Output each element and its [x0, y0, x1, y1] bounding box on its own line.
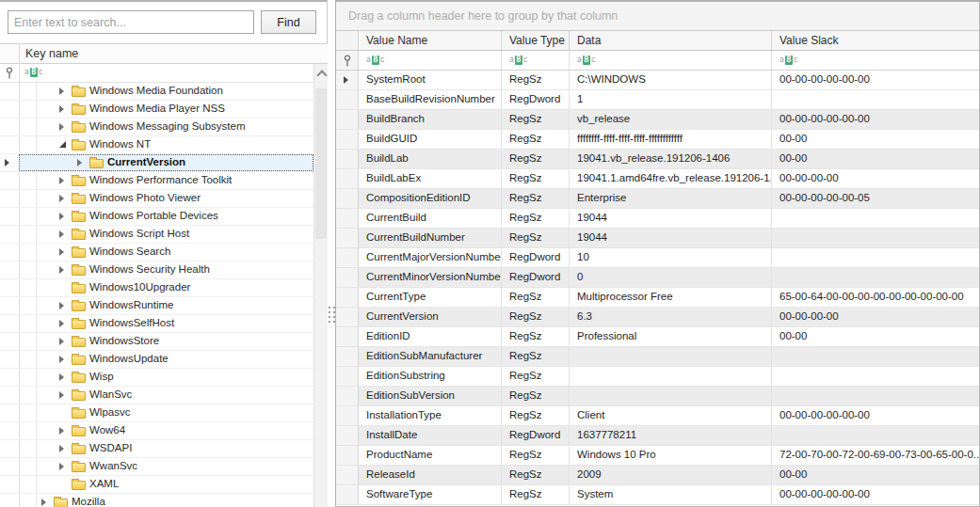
cell-type-installdate[interactable]: RegDword [502, 426, 570, 445]
value-row-softwaretype[interactable]: SoftwareTypeRegSzSystem00-00-00-00-00-00 [336, 485, 979, 505]
expand-node-icon[interactable] [59, 391, 64, 399]
cell-name-softwaretype[interactable]: SoftwareType [359, 485, 502, 504]
cell-slack-editionsubstring[interactable] [772, 367, 979, 386]
abc-filter-icon[interactable]: aBc [24, 68, 43, 77]
cell-name-currentmajorversionnumber[interactable]: CurrentMajorVersionNumber [359, 248, 502, 267]
tree-node-currentversion[interactable]: CurrentVersion [0, 154, 313, 172]
tree-node-label[interactable]: Mozilla [72, 496, 105, 507]
cell-data-editionid[interactable]: Professional [570, 327, 772, 346]
cell-type-softwaretype[interactable]: RegSz [502, 485, 570, 504]
expand-node-icon[interactable] [59, 356, 64, 363]
cell-slack-systemroot[interactable]: 00-00-00-00-00-00 [772, 71, 979, 89]
tree-node-windows-script-host[interactable]: Windows Script Host [0, 226, 313, 244]
cell-name-productname[interactable]: ProductName [359, 446, 502, 465]
cell-data-releaseid[interactable]: 2009 [570, 466, 772, 484]
search-input[interactable] [8, 10, 254, 34]
cell-slack-buildlab[interactable]: 00-00 [772, 150, 979, 168]
cell-type-installationtype[interactable]: RegSz [502, 406, 570, 425]
cell-data-currenttype[interactable]: Multiprocessor Free [570, 288, 772, 307]
tree-node-label[interactable]: WSDAPI [89, 442, 132, 453]
value-row-buildguid[interactable]: BuildGUIDRegSzffffffff-ffff-ffff-ffff-ff… [336, 130, 979, 150]
cell-type-currentbuildnumber[interactable]: RegSz [502, 229, 570, 247]
cell-data-basebuildrevisionnumber[interactable]: 1 [570, 90, 772, 109]
tree-node-label[interactable]: Wisp [89, 371, 114, 382]
tree-node-windows-media-player-nss[interactable]: Windows Media Player NSS [0, 101, 313, 119]
value-row-buildlab[interactable]: BuildLabRegSz19041.vb_release.191206-140… [336, 150, 979, 169]
tree-node-label[interactable]: Windows Security Health [89, 263, 210, 275]
value-row-buildlabex[interactable]: BuildLabExRegSz19041.1.amd64fre.vb_relea… [336, 169, 979, 189]
cell-name-buildguid[interactable]: BuildGUID [359, 130, 502, 149]
tree-node-wlpasvc[interactable]: Wlpasvc [0, 404, 313, 422]
tree-node-windows-messaging-subsystem[interactable]: Windows Messaging Subsystem [0, 119, 313, 136]
value-row-currentminorversionnumber[interactable]: CurrentMinorVersionNumberRegDword0 [336, 268, 979, 288]
tree-node-label[interactable]: Windows NT [89, 138, 151, 150]
cell-type-currenttype[interactable]: RegSz [502, 288, 570, 307]
value-row-currenttype[interactable]: CurrentTypeRegSzMultiprocessor Free65-00… [336, 288, 979, 308]
expand-node-icon[interactable] [59, 463, 64, 470]
cell-type-releaseid[interactable]: RegSz [502, 466, 570, 484]
cell-slack-buildlabex[interactable]: 00-00-00-00 [772, 169, 979, 188]
cell-type-productname[interactable]: RegSz [502, 446, 570, 465]
value-row-editionsubstring[interactable]: EditionSubstringRegSz [336, 367, 979, 387]
cell-type-buildlab[interactable]: RegSz [502, 150, 570, 168]
value-row-releaseid[interactable]: ReleaseIdRegSz200900-00 [336, 466, 979, 485]
cell-data-buildlabex[interactable]: 19041.1.amd64fre.vb_release.191206-1... [570, 169, 772, 188]
cell-name-currentversion[interactable]: CurrentVersion [359, 308, 502, 326]
tree-node-wwansvc[interactable]: WwanSvc [0, 458, 313, 476]
value-row-installdate[interactable]: InstallDateRegDword1637778211 [336, 426, 979, 446]
value-row-currentbuild[interactable]: CurrentBuildRegSz19044 [336, 209, 979, 229]
tree-node-label[interactable]: Wow64 [89, 424, 125, 436]
cell-data-systemroot[interactable]: C:\WINDOWS [570, 71, 772, 89]
value-row-systemroot[interactable]: SystemRootRegSzC:\WINDOWS00-00-00-00-00-… [336, 71, 979, 90]
find-button[interactable]: Find [261, 10, 316, 34]
cell-name-installdate[interactable]: InstallDate [359, 426, 502, 445]
cell-name-basebuildrevisionnumber[interactable]: BaseBuildRevisionNumber [359, 90, 502, 109]
value-row-editionid[interactable]: EditionIDRegSzProfessional00-00 [336, 327, 979, 347]
tree-node-windowsruntime[interactable]: WindowsRuntime [0, 297, 313, 315]
tree-node-windowsupdate[interactable]: WindowsUpdate [0, 351, 313, 369]
panel-splitter[interactable] [328, 0, 335, 507]
cell-type-compositioneditionid[interactable]: RegSz [502, 189, 570, 208]
cell-type-buildguid[interactable]: RegSz [502, 130, 570, 149]
tree-vertical-scrollbar[interactable] [313, 64, 328, 507]
cell-slack-currentminorversionnumber[interactable] [772, 268, 979, 287]
cell-name-editionid[interactable]: EditionID [359, 327, 502, 346]
filter-cell-data[interactable]: aBc [570, 51, 772, 70]
cell-data-productname[interactable]: Windows 10 Pro [570, 446, 772, 465]
tree-node-windows-nt[interactable]: Windows NT [0, 136, 313, 154]
tree-node-label[interactable]: Windows Search [89, 246, 170, 257]
cell-name-currentbuildnumber[interactable]: CurrentBuildNumber [359, 229, 502, 247]
tree-node-windowsstore[interactable]: WindowsStore [0, 333, 313, 351]
cell-slack-editionsubversion[interactable] [772, 387, 979, 405]
expand-node-icon[interactable] [59, 248, 64, 256]
cell-name-buildlabex[interactable]: BuildLabEx [359, 169, 502, 188]
cell-type-editionsubversion[interactable]: RegSz [502, 387, 570, 405]
header-value-name[interactable]: Value Name [359, 31, 502, 50]
cell-name-currentbuild[interactable]: CurrentBuild [359, 209, 502, 228]
tree-node-label[interactable]: Windows Media Foundation [89, 85, 223, 96]
tree-node-wow64[interactable]: Wow64 [0, 422, 313, 440]
cell-type-editionsubmanufacturer[interactable]: RegSz [502, 347, 570, 366]
value-row-productname[interactable]: ProductNameRegSzWindows 10 Pro72-00-70-0… [336, 446, 979, 466]
cell-data-currentmajorversionnumber[interactable]: 10 [570, 248, 772, 267]
expand-node-icon[interactable] [59, 230, 64, 238]
cell-name-buildbranch[interactable]: BuildBranch [359, 110, 502, 129]
expand-node-icon[interactable] [59, 87, 64, 95]
tree-node-wisp[interactable]: Wisp [0, 369, 313, 387]
expand-node-icon[interactable] [77, 159, 82, 166]
cell-name-editionsubmanufacturer[interactable]: EditionSubManufacturer [359, 347, 502, 366]
tree-node-windows-media-foundation[interactable]: Windows Media Foundation [0, 83, 313, 101]
cell-type-systemroot[interactable]: RegSz [502, 71, 570, 89]
expand-node-icon[interactable] [59, 302, 64, 309]
header-value-type[interactable]: Value Type [502, 31, 570, 50]
cell-data-currentversion[interactable]: 6.3 [570, 308, 772, 326]
expand-node-icon[interactable] [59, 177, 64, 184]
abc-filter-icon[interactable]: aBc [366, 55, 385, 65]
cell-slack-currentbuildnumber[interactable] [772, 229, 979, 247]
header-data[interactable]: Data [570, 31, 772, 50]
tree-node-label[interactable]: CurrentVersion [107, 156, 185, 167]
tree-node-windows-portable-devices[interactable]: Windows Portable Devices [0, 208, 313, 226]
value-row-currentmajorversionnumber[interactable]: CurrentMajorVersionNumberRegDword10 [336, 248, 979, 268]
cell-slack-currentbuild[interactable] [772, 209, 979, 228]
cell-name-installationtype[interactable]: InstallationType [359, 406, 502, 425]
